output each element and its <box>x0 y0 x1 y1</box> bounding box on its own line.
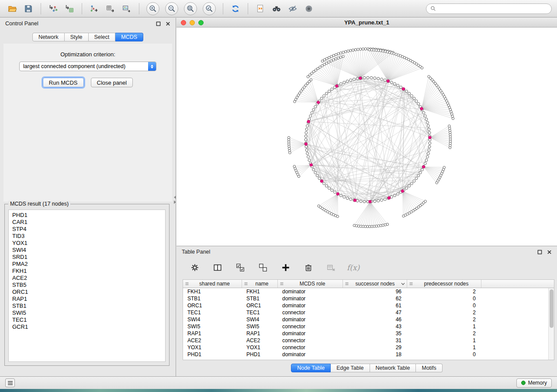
import-table-button[interactable] <box>62 2 76 16</box>
search-icon <box>430 6 436 11</box>
float-window-icon[interactable] <box>537 250 542 254</box>
save-session-button[interactable] <box>21 2 35 16</box>
close-icon[interactable] <box>166 21 170 26</box>
list-item[interactable]: FKH1 <box>9 268 165 275</box>
list-item[interactable]: ACE2 <box>9 275 165 282</box>
refresh-layout-button[interactable] <box>228 2 242 16</box>
close-panel-button[interactable]: Close panel <box>91 78 133 87</box>
search-network-button[interactable] <box>270 2 284 16</box>
tab-network[interactable]: Network <box>32 33 65 41</box>
hide-selected-button[interactable] <box>286 2 300 16</box>
list-item[interactable]: YOX1 <box>9 240 165 247</box>
tab-style[interactable]: Style <box>65 33 89 41</box>
column-header-filler <box>481 280 554 288</box>
table-row[interactable]: FKH1FKH1dominator962 <box>183 288 554 295</box>
list-item[interactable]: CAR1 <box>9 219 165 226</box>
table-row[interactable]: STB1STB1dominator620 <box>183 295 554 302</box>
table-row[interactable]: ACE2ACE2connector311 <box>183 337 554 344</box>
tab-node-table[interactable]: Node Table <box>291 364 331 372</box>
memory-button[interactable]: Memory <box>516 378 552 388</box>
select-all-rows-button[interactable] <box>233 261 247 275</box>
export-image-button[interactable] <box>120 2 134 16</box>
zoom-fit-button[interactable] <box>184 2 197 15</box>
panel-splitter-handle[interactable] <box>173 196 177 204</box>
list-item[interactable]: GCR1 <box>9 323 165 330</box>
table-cell: 2 <box>407 330 481 337</box>
column-header[interactable]: name <box>242 280 278 288</box>
mcds-result-list[interactable]: PHD1CAR1STP4TID3YOX1SWI4SRD1PMA2FKH1ACE2… <box>8 210 166 362</box>
table-row[interactable]: YOX1YOX1connector291 <box>183 344 554 351</box>
hide-columns-button[interactable] <box>324 261 338 275</box>
dropdown-stepper-icon <box>148 62 156 71</box>
clone-network-button[interactable] <box>253 2 267 16</box>
search-input[interactable] <box>439 6 547 12</box>
table-settings-button[interactable] <box>188 261 202 275</box>
eye-icon <box>304 4 314 14</box>
table-row[interactable]: PHD1PHD1dominator180 <box>183 351 554 358</box>
tab-edge-table[interactable]: Edge Table <box>331 364 370 372</box>
list-item[interactable]: STB1 <box>9 303 165 309</box>
table-panel-header: Table Panel <box>176 246 557 258</box>
zoom-out-button[interactable] <box>165 2 178 15</box>
search-box[interactable] <box>426 3 552 14</box>
list-item[interactable]: STB5 <box>9 282 165 289</box>
export-table-button[interactable] <box>104 2 118 16</box>
table-cell: TEC1 <box>183 309 242 316</box>
table-cell: TEC1 <box>242 309 278 316</box>
panel-menu-button[interactable] <box>5 378 15 387</box>
table-row[interactable]: ORC1ORC1dominator610 <box>183 302 554 309</box>
close-icon[interactable] <box>547 250 552 254</box>
table-cell: ORC1 <box>183 302 242 309</box>
deselect-all-rows-button[interactable] <box>256 261 270 275</box>
zoom-in-icon <box>149 4 157 13</box>
zoom-in-button[interactable] <box>146 2 159 15</box>
list-item[interactable]: SWI4 <box>9 247 165 254</box>
list-item[interactable]: TID3 <box>9 233 165 240</box>
mcds-tab-content: Optimization criterion: largest connecte… <box>3 44 172 202</box>
maximize-window-icon[interactable] <box>198 20 204 25</box>
table-row[interactable]: SWI5SWI5connector431 <box>183 323 554 330</box>
list-item[interactable]: TEC1 <box>9 316 165 323</box>
open-file-button[interactable] <box>5 2 19 16</box>
list-item[interactable]: PHD1 <box>9 212 165 219</box>
column-header[interactable]: predecessor nodes <box>407 280 481 288</box>
column-layout-button[interactable] <box>211 261 225 275</box>
tab-mcds[interactable]: MCDS <box>115 33 143 41</box>
list-item[interactable]: SWI5 <box>9 309 165 316</box>
table-cell: SWI5 <box>183 323 242 330</box>
network-graph[interactable] <box>176 28 557 245</box>
show-all-button[interactable] <box>302 2 316 16</box>
import-network-button[interactable] <box>46 2 60 16</box>
delete-column-button[interactable] <box>301 261 315 275</box>
list-item[interactable]: PMA2 <box>9 261 165 268</box>
table-row[interactable]: TEC1TEC1connector472 <box>183 309 554 316</box>
scrollbar-thumb[interactable] <box>550 289 554 328</box>
tab-network-table[interactable]: Network Table <box>370 364 416 372</box>
table-row[interactable]: RAP1RAP1dominator352 <box>183 330 554 337</box>
table-cell: ORC1 <box>242 302 278 309</box>
zoom-selected-button[interactable] <box>203 2 216 15</box>
column-header[interactable]: MCDS role <box>278 280 343 288</box>
minimize-window-icon[interactable] <box>190 20 195 25</box>
tab-select[interactable]: Select <box>89 33 116 41</box>
add-column-button[interactable] <box>279 261 293 275</box>
table-cell: connector <box>278 323 343 330</box>
criterion-dropdown[interactable]: largest connected component (undirected) <box>19 62 156 71</box>
table-row[interactable]: SWI4SWI4dominator462 <box>183 316 554 323</box>
list-item[interactable]: ORC1 <box>9 289 165 296</box>
list-item[interactable]: SRD1 <box>9 254 165 261</box>
network-window-titlebar[interactable]: YPA_prune.txt_1 <box>176 18 557 28</box>
close-window-icon[interactable] <box>181 20 186 25</box>
table-scrollbar[interactable] <box>548 288 554 360</box>
column-header[interactable]: successor nodes <box>343 280 407 288</box>
run-mcds-button[interactable]: Run MCDS <box>43 78 84 87</box>
export-network-button[interactable] <box>87 2 101 16</box>
collapse-left-icon <box>174 196 176 199</box>
float-window-icon[interactable] <box>156 21 161 26</box>
column-header[interactable]: shared name <box>183 280 242 288</box>
tab-motifs[interactable]: Motifs <box>416 364 442 372</box>
table-cell: dominator <box>278 295 343 302</box>
list-item[interactable]: STP4 <box>9 226 165 233</box>
function-builder-button[interactable]: f(x) <box>347 263 360 272</box>
list-item[interactable]: RAP1 <box>9 296 165 303</box>
